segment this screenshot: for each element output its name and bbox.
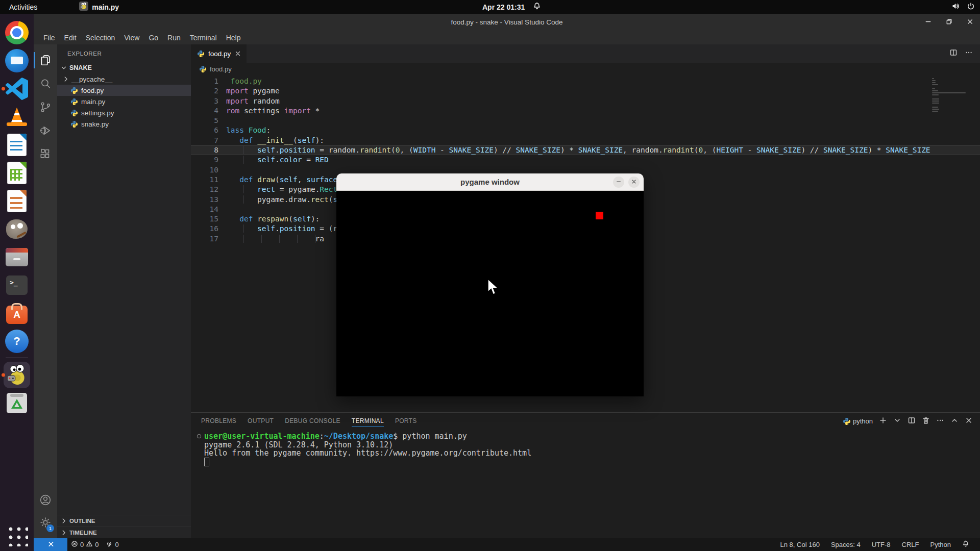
lo-calc-icon	[7, 162, 27, 184]
warning-icon	[86, 540, 93, 549]
menu-edit[interactable]: Edit	[60, 32, 81, 43]
show-applications-button[interactable]	[0, 521, 34, 549]
language-mode[interactable]: Python	[925, 541, 957, 548]
dock-item-lo-writer[interactable]	[0, 131, 34, 159]
editor-more-icon[interactable]	[965, 48, 973, 59]
files-icon	[6, 248, 28, 266]
file-item-settings-py[interactable]: settings.py	[57, 107, 191, 118]
dock-item-trash[interactable]	[0, 389, 34, 417]
menu-help[interactable]: Help	[222, 32, 246, 43]
dock-item-vlc[interactable]	[0, 103, 34, 131]
focused-app-name: main.py	[92, 3, 119, 11]
dock-item-gimp[interactable]	[0, 215, 34, 243]
vscode-title-bar[interactable]: food.py - snake - Visual Studio Code	[34, 14, 980, 31]
ports-status[interactable]: 0	[102, 540, 122, 549]
minimize-button[interactable]	[924, 18, 932, 27]
terminal-dropdown-icon[interactable]	[893, 416, 901, 426]
panel-more-icon[interactable]	[936, 416, 944, 426]
indentation[interactable]: Spaces: 4	[825, 541, 866, 548]
file-item-snake-py[interactable]: snake.py	[57, 118, 191, 130]
panel-tab-ports[interactable]: PORTS	[395, 413, 417, 429]
dock-item-lo-calc[interactable]	[0, 159, 34, 187]
dock-item-lo-impress[interactable]	[0, 187, 34, 215]
clock[interactable]: Apr 22 01:31	[482, 2, 541, 12]
activities-button[interactable]: Activities	[0, 0, 46, 14]
close-panel-icon[interactable]	[965, 416, 973, 426]
extensions-icon[interactable]	[34, 142, 57, 166]
pygame-close-button[interactable]	[628, 177, 640, 188]
remote-indicator[interactable]	[34, 538, 67, 551]
kill-terminal-icon[interactable]	[922, 416, 930, 426]
terminal-line: pygame 2.6.1 (SDL 2.28.4, Python 3.10.12…	[197, 441, 980, 449]
pygame-title-bar[interactable]: pygame window	[336, 173, 644, 191]
timeline-section[interactable]: TIMELINE	[57, 527, 191, 538]
menu-terminal[interactable]: Terminal	[185, 32, 222, 43]
chevron-down-icon	[60, 64, 67, 71]
settings-gear-icon[interactable]: 1	[34, 512, 57, 535]
dock-item-help[interactable]: ?	[0, 327, 34, 355]
project-root-snake[interactable]: SNAKE	[57, 62, 191, 73]
accounts-icon[interactable]	[34, 488, 57, 512]
python-terminal-icon	[843, 417, 850, 425]
encoding[interactable]: UTF-8	[866, 541, 896, 548]
explorer-icon[interactable]	[34, 48, 57, 72]
lo-impress-icon	[7, 190, 27, 212]
panel-tab-debug-console[interactable]: DEBUG CONSOLE	[285, 413, 340, 429]
split-terminal-icon[interactable]	[908, 416, 916, 426]
menu-file[interactable]: File	[39, 32, 60, 43]
panel-tab-problems[interactable]: PROBLEMS	[201, 413, 236, 429]
clock-text: Apr 22 01:31	[482, 3, 525, 11]
notifications-bell-icon[interactable]	[957, 540, 975, 549]
panel-tab-terminal[interactable]: TERMINAL	[352, 413, 384, 429]
breadcrumb[interactable]: food.py	[191, 63, 980, 75]
pygame-window[interactable]: pygame window	[336, 173, 644, 396]
power-icon[interactable]	[967, 2, 975, 12]
notification-bell-icon	[533, 2, 541, 12]
system-tray[interactable]	[951, 2, 975, 12]
mouse-cursor	[487, 279, 499, 296]
problems-status[interactable]: 0 0	[67, 540, 102, 549]
dock-item-vscode[interactable]	[0, 74, 34, 103]
dock-item-pygame-snake[interactable]	[0, 361, 34, 389]
command-decoration-icon	[197, 432, 204, 441]
dock-item-thunderbird[interactable]	[0, 46, 34, 74]
minimap[interactable]	[930, 76, 973, 113]
file-item--pycache-[interactable]: __pycache__	[57, 73, 191, 85]
cursor-position[interactable]: Ln 8, Col 160	[775, 541, 825, 548]
split-editor-icon[interactable]	[949, 48, 958, 59]
close-button[interactable]	[966, 18, 974, 27]
menu-go[interactable]: Go	[144, 32, 163, 43]
panel-tab-output[interactable]: OUTPUT	[248, 413, 274, 429]
software-icon: A	[6, 306, 28, 324]
new-terminal-icon[interactable]	[879, 416, 887, 426]
dock-item-software[interactable]: A	[0, 299, 34, 327]
menu-view[interactable]: View	[119, 32, 144, 43]
pygame-canvas[interactable]	[336, 191, 644, 396]
terminal-output[interactable]: user@user-virtual-machine:~/Desktop/snak…	[191, 429, 980, 466]
dock-item-terminal[interactable]: >_	[0, 271, 34, 299]
menu-run[interactable]: Run	[163, 32, 185, 43]
file-item-food-py[interactable]: food.py	[57, 85, 191, 96]
dock-item-chrome[interactable]	[0, 18, 34, 46]
restore-button[interactable]	[945, 18, 953, 27]
terminal-cursor-line	[197, 458, 980, 466]
source-control-icon[interactable]	[34, 95, 57, 119]
python-file-icon	[70, 98, 78, 106]
tab-close-icon[interactable]	[234, 50, 241, 57]
search-icon[interactable]	[34, 72, 57, 95]
tab-food-py[interactable]: food.py	[191, 44, 247, 63]
maximize-panel-icon[interactable]	[950, 416, 959, 426]
eol-sequence[interactable]: CRLF	[896, 541, 925, 548]
dock-item-files[interactable]	[0, 243, 34, 271]
focused-app-menu[interactable]: main.py	[79, 2, 119, 12]
file-item-main-py[interactable]: main.py	[57, 96, 191, 107]
menu-selection[interactable]: Selection	[81, 32, 120, 43]
outline-section[interactable]: OUTLINE	[57, 515, 191, 527]
window-title: food.py - snake - Visual Studio Code	[451, 18, 563, 26]
run-debug-icon[interactable]	[34, 119, 57, 142]
code-line-4: 4rom settings import *	[191, 106, 980, 116]
editor-tab-bar: food.py	[191, 44, 980, 63]
terminal-shell-label[interactable]: python	[843, 417, 873, 425]
pygame-minimize-button[interactable]	[613, 177, 624, 188]
volume-icon[interactable]	[951, 2, 960, 12]
